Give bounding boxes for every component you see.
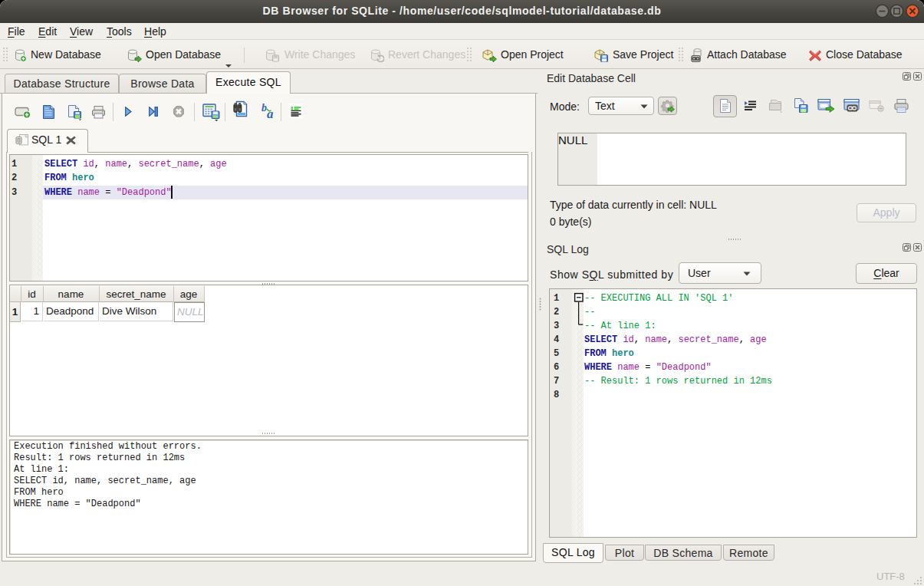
svg-text:a: a (267, 107, 274, 119)
svg-text:b: b (261, 102, 267, 114)
